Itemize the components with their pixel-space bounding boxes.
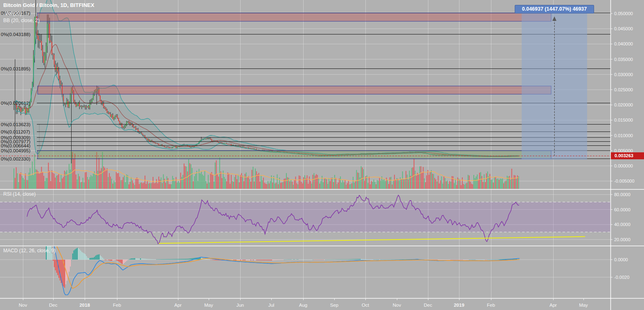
svg-text:0.010000: 0.010000 — [614, 133, 633, 138]
svg-text:0.015000: 0.015000 — [614, 118, 633, 122]
svg-text:-0.0020: -0.0020 — [614, 275, 629, 280]
svg-text:60.0000: 60.0000 — [614, 207, 630, 212]
svg-text:May: May — [204, 303, 213, 308]
svg-text:Feb: Feb — [113, 303, 121, 308]
svg-text:40.0000: 40.0000 — [614, 222, 630, 227]
chart-canvas[interactable]: 0%(0.050167)0%(0.043188)0%(0.031895)0%(0… — [0, 0, 644, 310]
svg-text:-0.005000: -0.005000 — [614, 179, 635, 183]
svg-text:Oct: Oct — [362, 303, 369, 308]
svg-text:Dec: Dec — [424, 303, 432, 308]
svg-text:0%(0.050167): 0%(0.050167) — [1, 11, 30, 16]
svg-text:0.035000: 0.035000 — [614, 57, 633, 62]
svg-text:Sep: Sep — [330, 303, 338, 308]
svg-text:0%(0.013623): 0%(0.013623) — [1, 122, 30, 127]
svg-text:Feb: Feb — [487, 303, 495, 308]
svg-text:80.0000: 80.0000 — [614, 192, 630, 197]
svg-text:0.040000: 0.040000 — [614, 41, 633, 46]
svg-text:0%(0.011207): 0%(0.011207) — [1, 129, 30, 134]
trading-chart-window: 0%(0.050167)0%(0.043188)0%(0.031895)0%(0… — [0, 0, 644, 310]
svg-text:Jun: Jun — [236, 303, 244, 308]
svg-text:0.020000: 0.020000 — [614, 102, 633, 107]
svg-text:May: May — [579, 303, 588, 308]
svg-text:0%(0.002330): 0%(0.002330) — [1, 156, 30, 161]
svg-text:0.005000: 0.005000 — [614, 148, 633, 153]
svg-text:Jul: Jul — [268, 303, 275, 308]
svg-text:Dec: Dec — [49, 303, 58, 308]
svg-text:0%(0.043188): 0%(0.043188) — [1, 32, 30, 37]
svg-text:0.0000: 0.0000 — [614, 257, 628, 262]
svg-text:0%(0.031895): 0%(0.031895) — [1, 66, 30, 71]
svg-text:Nov: Nov — [393, 303, 401, 308]
svg-text:0%(0.004995): 0%(0.004995) — [1, 148, 30, 153]
svg-text:0.045000: 0.045000 — [614, 26, 633, 31]
svg-text:0%(0.020612): 0%(0.020612) — [1, 101, 30, 106]
svg-text:20.0000: 20.0000 — [614, 237, 630, 242]
svg-text:Apr: Apr — [549, 303, 557, 308]
svg-text:Nov: Nov — [19, 303, 27, 308]
svg-text:Aug: Aug — [299, 303, 307, 308]
svg-text:0.030000: 0.030000 — [614, 72, 633, 77]
svg-text:2018: 2018 — [79, 303, 90, 308]
svg-text:0%(0.006644): 0%(0.006644) — [1, 143, 30, 148]
svg-text:2019: 2019 — [454, 303, 464, 308]
svg-text:Apr: Apr — [174, 303, 182, 308]
svg-text:0.000000: 0.000000 — [614, 163, 633, 168]
svg-text:0.050000: 0.050000 — [614, 11, 633, 16]
svg-text:0.025000: 0.025000 — [614, 87, 633, 92]
